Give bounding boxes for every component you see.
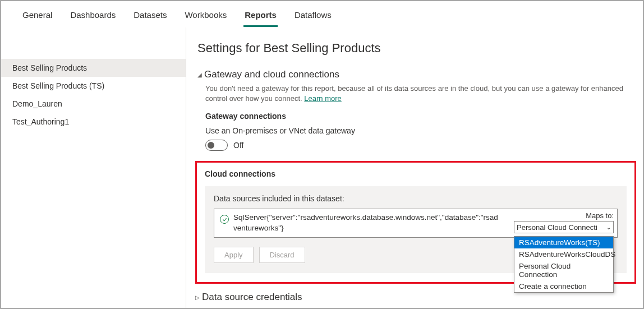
maps-to-select[interactable]: Personal Cloud Connecti ⌄ [514, 221, 614, 233]
main-content: Settings for Best Selling Products ◢ Gat… [186, 27, 643, 309]
dropdown-option-create-connection[interactable]: Create a connection [514, 280, 613, 292]
cloud-connections-title: Cloud connections [205, 169, 627, 178]
status-ok-icon [220, 215, 229, 224]
credentials-section-header[interactable]: ▷ Data source credentials [195, 292, 636, 303]
toggle-knob [208, 142, 214, 149]
toggle-prompt: Use an On-premises or VNet data gateway [205, 126, 636, 135]
tab-dataflows[interactable]: Dataflows [293, 8, 333, 27]
dropdown-option-personal-cloud-connection[interactable]: Personal Cloud Connection [514, 260, 613, 280]
gateway-section-header[interactable]: ◢ Gateway and cloud connections [197, 69, 636, 80]
cloud-connections-highlight: Cloud connections Data sources included … [195, 161, 636, 284]
sidebar-item-demo-lauren[interactable]: Demo_Lauren [1, 95, 186, 113]
maps-to-label: Maps to: [514, 211, 614, 220]
chevron-down-icon: ⌄ [606, 224, 611, 230]
gateway-section-title: Gateway and cloud connections [204, 69, 339, 80]
apply-button[interactable]: Apply [214, 247, 254, 263]
tab-reports[interactable]: Reports [243, 8, 278, 27]
sidebar-item-best-selling-products-ts[interactable]: Best Selling Products (TS) [1, 77, 186, 95]
cloud-connections-panel: Data sources included in this dataset: S… [205, 186, 627, 273]
tab-workbooks[interactable]: Workbooks [183, 8, 228, 27]
dropdown-option-rsadventureworks-ts[interactable]: RSAdventureWorks(TS) [514, 237, 613, 248]
discard-button[interactable]: Discard [259, 247, 305, 263]
tab-bar: General Dashboards Datasets Workbooks Re… [1, 1, 643, 27]
sidebar-item-best-selling-products[interactable]: Best Selling Products [1, 59, 186, 77]
tab-dashboards[interactable]: Dashboards [69, 8, 117, 27]
toggle-state-label: Off [233, 141, 243, 150]
report-list-sidebar: Best Selling Products Best Selling Produ… [1, 27, 186, 309]
page-title: Settings for Best Selling Products [197, 41, 636, 56]
collapse-icon: ◢ [197, 72, 202, 78]
data-source-row: SqlServer{"server":"rsadventureworks.dat… [214, 209, 618, 238]
gateway-toggle[interactable] [205, 140, 228, 151]
learn-more-link[interactable]: Learn more [304, 94, 341, 103]
maps-to-dropdown: RSAdventureWorks(TS) RSAdventureWorksClo… [514, 236, 614, 293]
sidebar-item-test-authoring1[interactable]: Test_Authoring1 [1, 113, 186, 131]
gateway-description: You don't need a gateway for this report… [197, 84, 636, 104]
expand-icon: ▷ [195, 294, 200, 301]
data-sources-label: Data sources included in this dataset: [214, 194, 618, 203]
credentials-title: Data source credentials [202, 292, 302, 303]
gateway-connections-title: Gateway connections [205, 112, 636, 121]
tab-datasets[interactable]: Datasets [132, 8, 168, 27]
dropdown-option-rsadventureworks-cloudds[interactable]: RSAdventureWorksCloudDS [514, 248, 613, 260]
tab-general[interactable]: General [21, 8, 53, 27]
